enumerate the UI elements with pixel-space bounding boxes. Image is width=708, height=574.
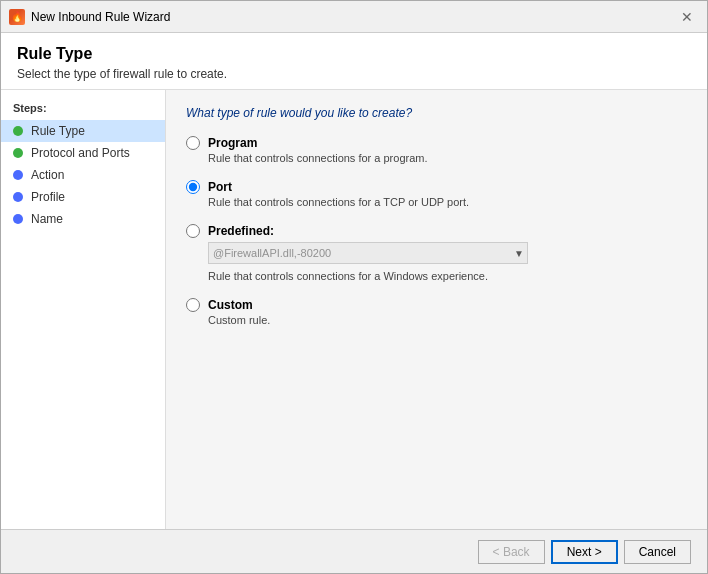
dot-icon-protocol-ports [13,148,23,158]
option-predefined-row: Predefined: [186,224,687,238]
desc-custom: Custom rule. [208,314,687,326]
question-text: What type of rule would you like to crea… [186,106,687,120]
close-button[interactable]: ✕ [675,5,699,29]
predefined-dropdown-row: @FirewallAPI.dll,-80200 ▼ [208,242,687,264]
option-custom-row: Custom [186,298,687,312]
titlebar-icon: 🔥 [9,9,25,25]
header-section: Rule Type Select the type of firewall ru… [1,33,707,90]
footer: < Back Next > Cancel [1,529,707,573]
dot-icon-action [13,170,23,180]
sidebar-item-name[interactable]: Name [1,208,165,230]
option-predefined: Predefined: @FirewallAPI.dll,-80200 ▼ Ru… [186,224,687,282]
sidebar-label-name: Name [31,212,63,226]
next-button[interactable]: Next > [551,540,618,564]
dot-icon-name [13,214,23,224]
back-button[interactable]: < Back [478,540,545,564]
radio-port[interactable] [186,180,200,194]
predefined-select-wrapper: @FirewallAPI.dll,-80200 ▼ [208,242,528,264]
titlebar-title: New Inbound Rule Wizard [31,10,675,24]
option-program-row: Program [186,136,687,150]
option-port-row: Port [186,180,687,194]
titlebar: 🔥 New Inbound Rule Wizard ✕ [1,1,707,33]
dot-icon-rule-type [13,126,23,136]
sidebar-label-rule-type: Rule Type [31,124,85,138]
label-custom[interactable]: Custom [208,298,253,312]
page-subtitle: Select the type of firewall rule to crea… [17,67,691,81]
dot-icon-profile [13,192,23,202]
cancel-button[interactable]: Cancel [624,540,691,564]
predefined-select[interactable]: @FirewallAPI.dll,-80200 [208,242,528,264]
label-predefined[interactable]: Predefined: [208,224,274,238]
sidebar-item-profile[interactable]: Profile [1,186,165,208]
label-program[interactable]: Program [208,136,257,150]
sidebar-item-rule-type[interactable]: Rule Type [1,120,165,142]
app-icon: 🔥 [11,11,23,22]
main-panel: What type of rule would you like to crea… [166,90,707,529]
option-custom: Custom Custom rule. [186,298,687,326]
page-title: Rule Type [17,45,691,63]
wizard-window: 🔥 New Inbound Rule Wizard ✕ Rule Type Se… [0,0,708,574]
desc-port: Rule that controls connections for a TCP… [208,196,687,208]
steps-label: Steps: [1,102,165,120]
radio-program[interactable] [186,136,200,150]
sidebar-label-profile: Profile [31,190,65,204]
sidebar: Steps: Rule Type Protocol and Ports Acti… [1,90,166,529]
options-list: Program Rule that controls connections f… [186,136,687,326]
sidebar-item-protocol-ports[interactable]: Protocol and Ports [1,142,165,164]
option-port: Port Rule that controls connections for … [186,180,687,208]
content-area: Steps: Rule Type Protocol and Ports Acti… [1,90,707,529]
sidebar-label-action: Action [31,168,64,182]
label-port[interactable]: Port [208,180,232,194]
desc-program: Rule that controls connections for a pro… [208,152,687,164]
radio-custom[interactable] [186,298,200,312]
sidebar-label-protocol-ports: Protocol and Ports [31,146,130,160]
option-program: Program Rule that controls connections f… [186,136,687,164]
desc-predefined: Rule that controls connections for a Win… [208,270,687,282]
sidebar-item-action[interactable]: Action [1,164,165,186]
radio-predefined[interactable] [186,224,200,238]
